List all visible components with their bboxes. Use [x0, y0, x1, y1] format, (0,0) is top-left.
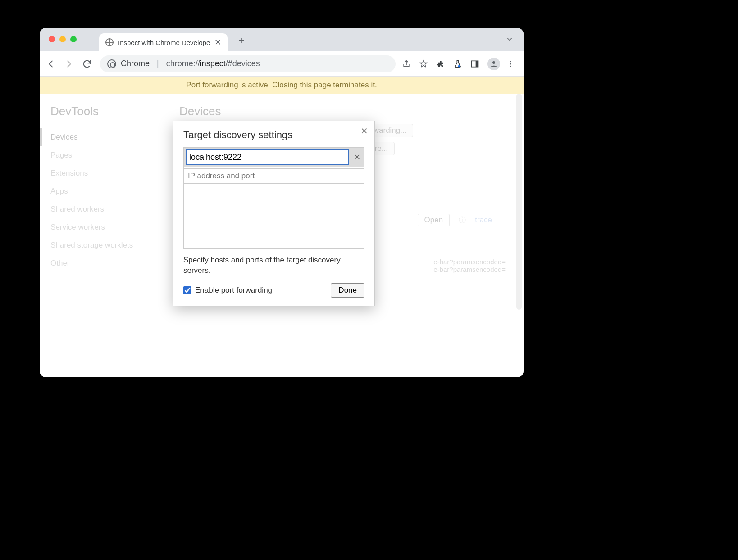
reload-button[interactable] [82, 59, 94, 69]
menu-icon[interactable] [506, 60, 517, 68]
done-button[interactable]: Done [331, 283, 364, 298]
target-row: ✕ [184, 148, 364, 167]
svg-point-0 [458, 65, 460, 67]
side-panel-icon[interactable] [470, 59, 481, 68]
tab-title: Inspect with Chrome Develope [118, 39, 210, 46]
enable-port-forwarding-checkbox[interactable] [183, 286, 191, 294]
targets-list: ✕ [183, 147, 364, 249]
new-tab-button[interactable]: ＋ [237, 33, 246, 47]
globe-icon [105, 38, 114, 46]
close-icon[interactable]: ✕ [360, 126, 368, 136]
browser-window: Inspect with Chrome Develope ✕ ＋ Chrome … [40, 28, 524, 377]
window-minimize-button[interactable] [59, 36, 66, 42]
tab-strip: Inspect with Chrome Develope ✕ ＋ [40, 28, 524, 51]
window-maximize-button[interactable] [70, 36, 77, 42]
close-tab-icon[interactable]: ✕ [214, 37, 221, 47]
window-controls [49, 36, 77, 42]
bookmark-icon[interactable] [419, 59, 430, 68]
share-icon[interactable] [402, 59, 413, 68]
tabs-dropdown-icon[interactable] [506, 35, 514, 43]
url-scheme: Chrome [121, 59, 150, 68]
svg-point-6 [510, 65, 511, 67]
window-close-button[interactable] [49, 36, 55, 42]
remove-row-icon[interactable]: ✕ [351, 152, 362, 162]
target-placeholder-input[interactable] [184, 168, 364, 184]
toolbar: Chrome | chrome://inspect/#devices [40, 51, 524, 77]
svg-rect-2 [476, 61, 478, 67]
extensions-icon[interactable] [436, 59, 447, 68]
svg-point-4 [510, 61, 511, 62]
chrome-icon [107, 59, 116, 68]
address-bar[interactable]: Chrome | chrome://inspect/#devices [100, 55, 396, 72]
info-bar: Port forwarding is active. Closing this … [40, 77, 524, 94]
dialog-title: Target discovery settings [183, 129, 364, 141]
target-discovery-dialog: ✕ Target discovery settings ✕ Specify ho… [173, 121, 375, 306]
enable-port-forwarding-label[interactable]: Enable port forwarding [183, 286, 272, 295]
back-button[interactable] [46, 59, 58, 69]
profile-avatar[interactable] [487, 58, 500, 70]
url-text: chrome://inspect/#devices [166, 59, 260, 68]
dialog-description: Specify hosts and ports of the target di… [183, 255, 364, 276]
target-new-row [184, 168, 364, 184]
info-bar-text: Port forwarding is active. Closing this … [186, 81, 377, 90]
svg-point-5 [510, 63, 511, 64]
labs-icon[interactable] [453, 59, 464, 68]
target-input[interactable] [186, 149, 349, 165]
svg-point-3 [492, 61, 495, 64]
browser-tab[interactable]: Inspect with Chrome Develope ✕ [99, 33, 228, 51]
forward-button[interactable] [64, 59, 76, 69]
